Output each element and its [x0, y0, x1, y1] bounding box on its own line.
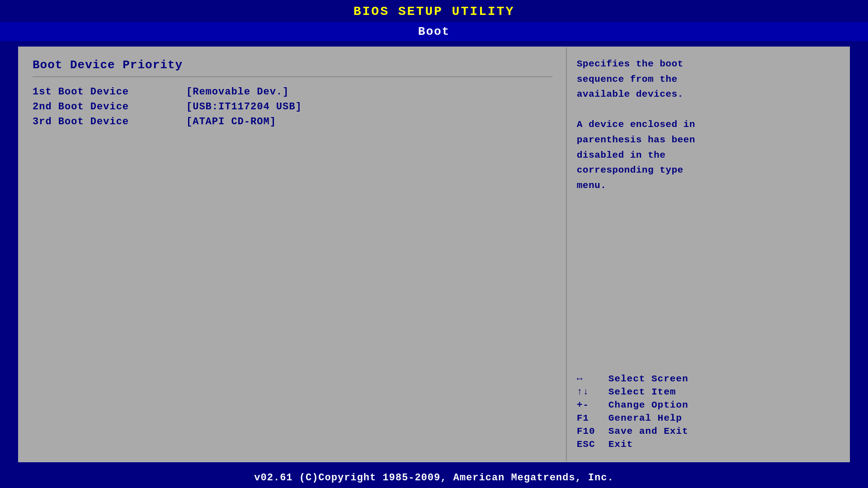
footer-text: v02.61 (C)Copyright 1985-2009, American … [254, 472, 613, 483]
current-tab: Boot [418, 25, 450, 38]
boot-device-value-3: [ATAPI CD-ROM] [186, 116, 276, 127]
bios-title: BIOS SETUP UTILITY [354, 5, 514, 19]
key-desc-3: General Help [609, 413, 682, 423]
key-desc-2: Change Option [609, 400, 689, 410]
key-symbol-0: ↔ [577, 374, 609, 384]
boot-device-label-2: 2nd Boot Device [33, 101, 186, 113]
main-area: Boot Device Priority 1st Boot Device[Rem… [18, 47, 850, 462]
help-text: Specifies the boot sequence from the ava… [577, 56, 839, 193]
title-bar: BIOS SETUP UTILITY [0, 0, 868, 22]
key-symbol-4: F10 [577, 426, 609, 436]
key-binding-row-1: ↑↓Select Item [577, 387, 839, 397]
boot-device-row-1[interactable]: 1st Boot Device[Removable Dev.] [33, 86, 552, 98]
key-desc-5: Exit [609, 439, 633, 450]
key-binding-row-0: ↔Select Screen [577, 374, 839, 384]
boot-device-value-2: [USB:IT117204 USB] [186, 101, 302, 113]
key-desc-1: Select Item [609, 387, 676, 397]
key-binding-row-2: +-Change Option [577, 400, 839, 410]
boot-device-list: 1st Boot Device[Removable Dev.]2nd Boot … [33, 86, 552, 127]
footer: v02.61 (C)Copyright 1985-2009, American … [0, 468, 868, 488]
key-desc-0: Select Screen [609, 374, 689, 384]
key-symbol-5: ESC [577, 439, 609, 450]
key-symbol-1: ↑↓ [577, 387, 609, 397]
right-panel: Specifies the boot sequence from the ava… [567, 47, 849, 461]
boot-device-label-1: 1st Boot Device [33, 86, 186, 98]
left-panel: Boot Device Priority 1st Boot Device[Rem… [19, 47, 567, 461]
section-title: Boot Device Priority [33, 58, 552, 72]
boot-device-row-2[interactable]: 2nd Boot Device[USB:IT117204 USB] [33, 101, 552, 113]
key-binding-row-3: F1General Help [577, 413, 839, 423]
key-bindings: ↔Select Screen↑↓Select Item+-Change Opti… [577, 365, 839, 452]
key-desc-4: Save and Exit [609, 426, 689, 436]
tab-bar: Boot [0, 22, 868, 41]
key-binding-row-5: ESCExit [577, 439, 839, 450]
key-binding-row-4: F10Save and Exit [577, 426, 839, 436]
boot-device-value-1: [Removable Dev.] [186, 86, 289, 98]
key-symbol-2: +- [577, 400, 609, 410]
divider [33, 76, 552, 77]
boot-device-label-3: 3rd Boot Device [33, 116, 186, 127]
key-symbol-3: F1 [577, 413, 609, 423]
boot-device-row-3[interactable]: 3rd Boot Device[ATAPI CD-ROM] [33, 116, 552, 127]
